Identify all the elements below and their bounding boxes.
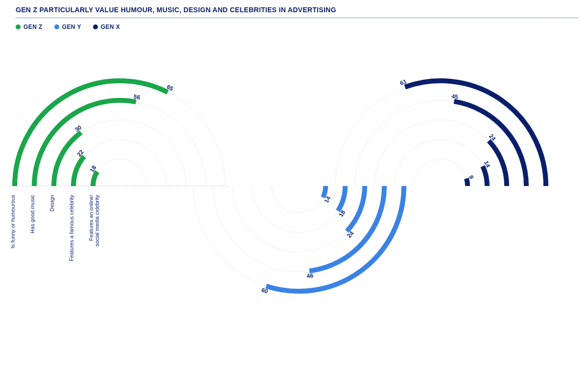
legend-item-genz: GEN Z	[16, 23, 43, 30]
bar-genX-3	[483, 166, 487, 186]
bar-genX-4	[467, 179, 468, 186]
legend: GEN Z GEN Y GEN X	[16, 23, 120, 30]
category-label-0: Is funny or humourous	[10, 195, 16, 249]
chart-canvas: 65563022186046241814614524149Is funny or…	[0, 39, 588, 372]
legend-item-genx: GEN X	[93, 23, 120, 30]
bar-genZ-3	[73, 156, 84, 186]
bar-genZ-1	[34, 100, 136, 186]
track-genX-0	[335, 81, 546, 186]
bar-genY-3	[338, 186, 345, 211]
track-genZ-1	[34, 100, 206, 186]
track-genY-3	[252, 186, 345, 232]
value-label-genX-1: 45	[451, 93, 459, 100]
bar-genY-2	[347, 186, 365, 231]
category-label-3: Features a famous celebrity	[69, 195, 74, 261]
value-label-genX-4: 9	[468, 175, 475, 180]
track-genX-4	[414, 159, 468, 186]
category-label-1-line-0: Has good music	[29, 195, 35, 233]
category-label-0-line-0: Is funny or humourous	[10, 195, 16, 249]
legend-item-geny: GEN Y	[54, 23, 81, 30]
category-label-4-line-0: Features an online/	[88, 194, 94, 241]
category-label-2: Design	[49, 195, 55, 211]
legend-swatch-genz	[16, 24, 21, 29]
legend-swatch-geny	[54, 24, 59, 29]
category-label-4-line-1: social media celebrity	[94, 195, 100, 247]
legend-label-geny: GEN Y	[62, 23, 81, 30]
legend-label-genz: GEN Z	[24, 23, 43, 30]
chart-title: GEN Z PARTICULARLY VALUE HUMOUR, MUSIC, …	[16, 6, 336, 14]
track-genZ-4	[93, 159, 147, 186]
title-rule	[16, 18, 578, 18]
value-label-genZ-2: 30	[73, 124, 83, 133]
value-label-genZ-1: 56	[133, 93, 141, 101]
category-label-4: Features an online/social media celebrit…	[88, 194, 100, 246]
track-genY-0	[193, 186, 404, 291]
legend-label-genx: GEN X	[101, 23, 120, 30]
track-genY-4	[272, 186, 326, 213]
track-genX-1	[355, 100, 526, 186]
bar-genX-2	[489, 141, 507, 186]
track-genY-1	[213, 186, 384, 272]
value-label-genY-1: 46	[306, 272, 314, 280]
track-genX-3	[394, 140, 487, 186]
category-label-1: Has good music	[29, 195, 35, 233]
track-genZ-0	[15, 81, 225, 186]
bar-genZ-2	[54, 133, 81, 186]
value-label-genY-0: 60	[260, 286, 269, 295]
track-genZ-3	[73, 140, 166, 186]
category-label-3-line-0: Features a famous celebrity	[69, 195, 74, 261]
category-label-2-line-0: Design	[49, 195, 55, 211]
legend-swatch-genx	[93, 24, 98, 29]
